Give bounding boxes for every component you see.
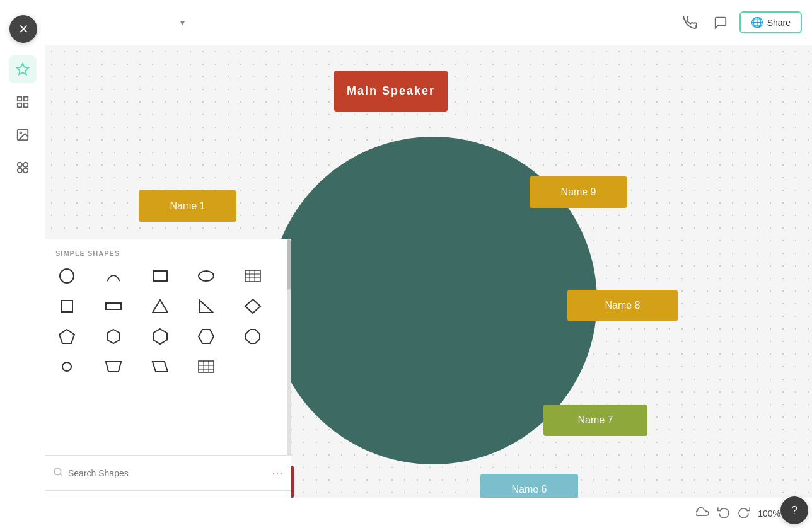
search-more-icon[interactable]: ⋯ [272,466,283,480]
share-button[interactable]: 🌐 Share [740,11,802,33]
svg-rect-3 [17,103,21,107]
shape-triangle[interactable] [146,292,174,320]
svg-rect-14 [245,270,260,282]
svg-marker-24 [59,330,74,343]
zoom-level: 100% [758,508,780,519]
shape-hexagon-md[interactable] [146,323,174,350]
shape-octagon[interactable] [239,323,267,350]
svg-line-38 [60,474,62,476]
bottom-toolbar: 100% [45,498,812,528]
svg-rect-12 [153,271,167,281]
shape-diamond[interactable] [239,292,267,320]
svg-marker-25 [108,330,119,343]
share-label: Share [767,18,791,28]
svg-point-29 [62,362,71,371]
shapes-grid [45,262,291,388]
svg-rect-32 [199,361,214,372]
svg-rect-19 [61,301,72,312]
main-speaker-shape[interactable]: Main Speaker [334,71,448,112]
search-input[interactable] [68,468,272,478]
svg-point-8 [23,168,27,173]
header: Seating Chart ▾ 🌐 Share [0,0,812,45]
doc-title-input[interactable]: Seating Chart [55,17,175,28]
svg-marker-28 [246,330,260,343]
header-actions: 🌐 Share [679,11,812,34]
shape-arc[interactable] [100,262,127,290]
chat-button[interactable] [709,11,732,34]
shape-right-triangle[interactable] [192,292,220,320]
shape-parallelogram[interactable] [146,353,174,381]
search-icon [53,467,63,479]
undo-icon[interactable] [717,505,730,521]
shape-ellipse[interactable] [192,262,220,290]
phone-button[interactable] [679,11,702,34]
redo-icon[interactable] [738,505,750,521]
shape-wide-rect[interactable] [100,292,127,320]
shape-pentagon[interactable] [53,323,81,350]
shape-square[interactable] [53,292,81,320]
svg-point-13 [199,271,214,281]
panel-scrollbar[interactable] [287,239,291,479]
name1-shape[interactable]: Name 1 [139,190,236,222]
doc-title-area: Seating Chart ▾ [45,17,679,28]
svg-point-11 [60,269,74,283]
shape-circle-sm[interactable] [53,353,81,381]
name7-shape[interactable]: Name 7 [543,405,647,436]
shape-hexagon-sm[interactable] [100,323,127,350]
sidebar [0,45,45,528]
shape-placeholder [239,353,267,381]
shape-circle-outline[interactable] [53,262,81,290]
cloud-icon[interactable] [696,507,710,520]
svg-marker-21 [153,300,168,313]
shape-hexagon-lg[interactable] [192,323,220,350]
shape-table-grid[interactable] [239,262,267,290]
search-area: ⋯ [45,455,291,490]
svg-point-10 [17,168,21,173]
svg-marker-27 [199,330,214,343]
help-button[interactable]: ? [780,496,808,524]
svg-point-37 [54,468,61,475]
name8-shape[interactable]: Name 8 [567,290,678,321]
scrollbar-thumb[interactable] [287,239,291,290]
globe-icon: 🌐 [751,16,763,28]
svg-point-9 [23,163,27,167]
svg-marker-0 [16,64,28,74]
shape-grid-table[interactable] [192,353,220,381]
svg-marker-22 [199,300,213,313]
svg-point-6 [20,132,21,134]
shape-rectangle[interactable] [146,262,174,290]
name9-shape[interactable]: Name 9 [530,176,627,208]
close-fab-button[interactable]: ✕ [9,15,37,43]
sidebar-item-star[interactable] [9,55,37,83]
svg-point-7 [17,163,21,167]
help-icon: ? [791,504,798,517]
shapes-section-title: SIMPLE SHAPES [45,239,291,262]
svg-rect-20 [106,303,121,309]
close-fab-icon: ✕ [18,21,29,37]
chevron-down-icon[interactable]: ▾ [180,18,185,28]
svg-rect-4 [23,103,27,107]
shape-panel: SIMPLE SHAPES [45,239,291,479]
sidebar-item-image[interactable] [9,121,37,149]
sidebar-item-grid[interactable] [9,88,37,116]
svg-rect-2 [23,97,27,101]
svg-rect-1 [17,97,21,101]
svg-marker-26 [153,329,167,344]
shape-trapezoid[interactable] [100,353,127,381]
sidebar-item-shapes[interactable] [9,154,37,181]
svg-marker-30 [106,362,121,372]
svg-marker-31 [153,362,168,372]
svg-marker-23 [245,299,260,313]
